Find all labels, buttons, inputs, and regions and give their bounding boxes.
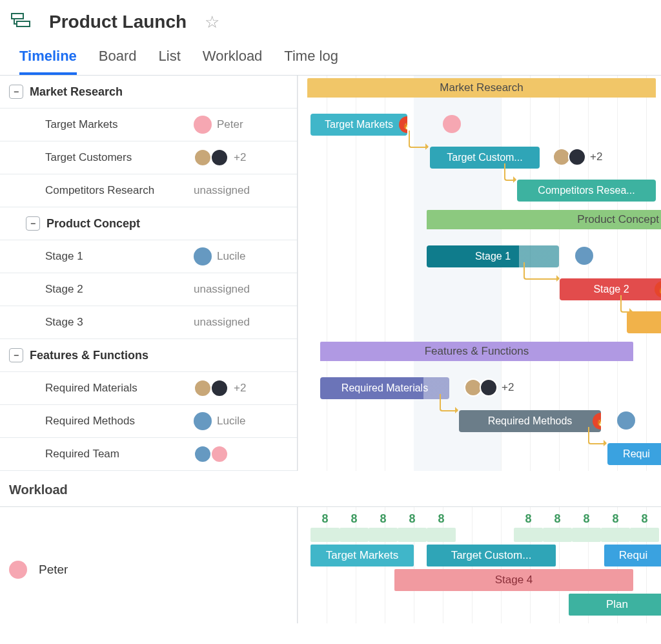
- assignee-cell[interactable]: +2: [194, 149, 297, 167]
- workload-capacity-band: [398, 528, 427, 542]
- gantt-bar[interactable]: Requi: [607, 443, 661, 465]
- task-group[interactable]: −Product Concept: [0, 207, 297, 240]
- assignee-text: Lucile: [217, 415, 245, 428]
- assignee-cell[interactable]: Lucile: [194, 247, 297, 265]
- tab-board[interactable]: Board: [99, 48, 137, 75]
- workload-heading: Workload: [0, 471, 661, 507]
- task-row[interactable]: Target MarketsPeter: [0, 109, 297, 141]
- task-row[interactable]: Stage 1Lucile: [0, 240, 297, 273]
- task-row[interactable]: Stage 3unassigned: [0, 306, 297, 339]
- avatar: [617, 411, 635, 430]
- gantt-bar[interactable]: Target Custom...: [430, 147, 540, 169]
- avatar: [194, 445, 212, 463]
- collapse-button[interactable]: −: [9, 85, 23, 99]
- workload-task-bar[interactable]: Target Markets: [310, 545, 414, 566]
- workload-task-bar[interactable]: Requi: [604, 545, 661, 566]
- avatar: [194, 116, 212, 134]
- gantt-bar[interactable]: Required Materials: [320, 377, 449, 399]
- task-row[interactable]: Required MethodsLucile: [0, 405, 297, 438]
- svg-rect-0: [12, 14, 23, 19]
- gantt-summary-bar[interactable]: Features & Functions: [320, 342, 633, 361]
- workload-task-bar[interactable]: Plan: [569, 594, 661, 616]
- assignee-text: +2: [234, 151, 246, 164]
- gantt-bar[interactable]: Competitors Resea...: [517, 180, 656, 202]
- workload-capacity-band: [340, 528, 369, 542]
- star-icon[interactable]: ☆: [205, 12, 219, 32]
- avatar: [9, 561, 27, 579]
- task-row[interactable]: Target Customers+2: [0, 141, 297, 174]
- workload-task-bar[interactable]: Target Custom...: [427, 545, 556, 566]
- bar-assignees[interactable]: +2: [464, 379, 514, 397]
- priority-flame-icon: [655, 281, 661, 298]
- assignee-text: Lucile: [217, 250, 245, 263]
- workload-capacity-band: [543, 528, 572, 542]
- task-row[interactable]: Stage 2unassigned: [0, 273, 297, 306]
- task-row[interactable]: Competitors Researchunassigned: [0, 174, 297, 207]
- assignee-text: unassigned: [194, 316, 250, 329]
- workload-capacity-band: [514, 528, 543, 542]
- gantt-bar[interactable]: Required Methods: [459, 410, 601, 432]
- task-row[interactable]: Required Materials+2: [0, 372, 297, 405]
- assignee-text: +2: [234, 382, 246, 395]
- tab-workload[interactable]: Workload: [203, 48, 263, 75]
- workload-hours-cell: 8: [543, 512, 572, 526]
- assignee-overflow: +2: [502, 381, 514, 394]
- gantt-panel[interactable]: Market ResearchTarget MarketsTarget Cust…: [297, 76, 661, 471]
- group-label: Product Concept: [46, 217, 140, 231]
- workload-hours-cell: 8: [398, 512, 427, 526]
- view-tabs: TimelineBoardListWorkloadTime log: [0, 39, 661, 75]
- gantt-summary-bar[interactable]: Product Concept: [427, 210, 661, 229]
- bar-assignees[interactable]: [617, 411, 635, 430]
- avatar: [194, 412, 212, 430]
- collapse-button[interactable]: −: [9, 348, 23, 362]
- assignee-cell[interactable]: +2: [194, 379, 297, 397]
- task-group[interactable]: −Features & Functions: [0, 339, 297, 372]
- avatar: [194, 379, 212, 397]
- workload-hours-cell: 8: [310, 512, 340, 526]
- task-name: Competitors Research: [45, 184, 194, 197]
- workload-task-bar[interactable]: Stage 4: [394, 569, 633, 591]
- task-name: Required Materials: [45, 382, 194, 395]
- avatar: [480, 379, 498, 397]
- avatar: [575, 247, 593, 265]
- workload-chart[interactable]: 8888888888Target MarketsTarget Custom...…: [297, 507, 661, 623]
- avatar: [194, 247, 212, 265]
- gantt-bar[interactable]: Stage 2: [560, 278, 661, 300]
- gantt-summary-bar[interactable]: Market Research: [307, 78, 656, 98]
- bar-assignees[interactable]: [575, 247, 593, 265]
- task-name: Stage 3: [45, 316, 194, 329]
- assignee-cell[interactable]: Lucile: [194, 412, 297, 430]
- assignee-cell[interactable]: [194, 445, 297, 463]
- task-row[interactable]: Required Team: [0, 438, 297, 471]
- assignee-cell[interactable]: unassigned: [194, 316, 297, 329]
- timeline-pane: −Market ResearchTarget MarketsPeterTarge…: [0, 75, 661, 471]
- tab-time-log[interactable]: Time log: [284, 48, 338, 75]
- assignee-cell[interactable]: Peter: [194, 116, 297, 134]
- bar-assignees[interactable]: [443, 115, 461, 133]
- workload-hours-cell: 8: [572, 512, 601, 526]
- gantt-bar[interactable]: Target Markets: [310, 114, 407, 136]
- task-group[interactable]: −Market Research: [0, 76, 297, 109]
- avatar: [210, 445, 229, 463]
- bar-assignees[interactable]: +2: [553, 148, 602, 166]
- assignee-text: unassigned: [194, 283, 250, 296]
- workload-capacity-band: [572, 528, 601, 542]
- avatar: [210, 379, 229, 397]
- task-name: Target Customers: [45, 151, 194, 164]
- avatar: [568, 148, 586, 166]
- workload-hours-cell: 8: [601, 512, 630, 526]
- tab-list[interactable]: List: [159, 48, 181, 75]
- workload-capacity-band: [630, 528, 659, 542]
- workload-hours-cell: 8: [340, 512, 369, 526]
- gantt-icon: [10, 12, 32, 32]
- collapse-button[interactable]: −: [26, 216, 40, 231]
- assignee-cell[interactable]: unassigned: [194, 283, 297, 296]
- page-title: Product Launch: [49, 12, 187, 32]
- priority-flame-icon: [399, 116, 407, 133]
- assignee-text: Peter: [217, 118, 243, 131]
- gantt-bar[interactable]: [627, 311, 661, 333]
- tab-timeline[interactable]: Timeline: [19, 48, 77, 75]
- assignee-text: unassigned: [194, 184, 250, 197]
- workload-person[interactable]: Peter: [0, 507, 297, 623]
- assignee-cell[interactable]: unassigned: [194, 184, 297, 197]
